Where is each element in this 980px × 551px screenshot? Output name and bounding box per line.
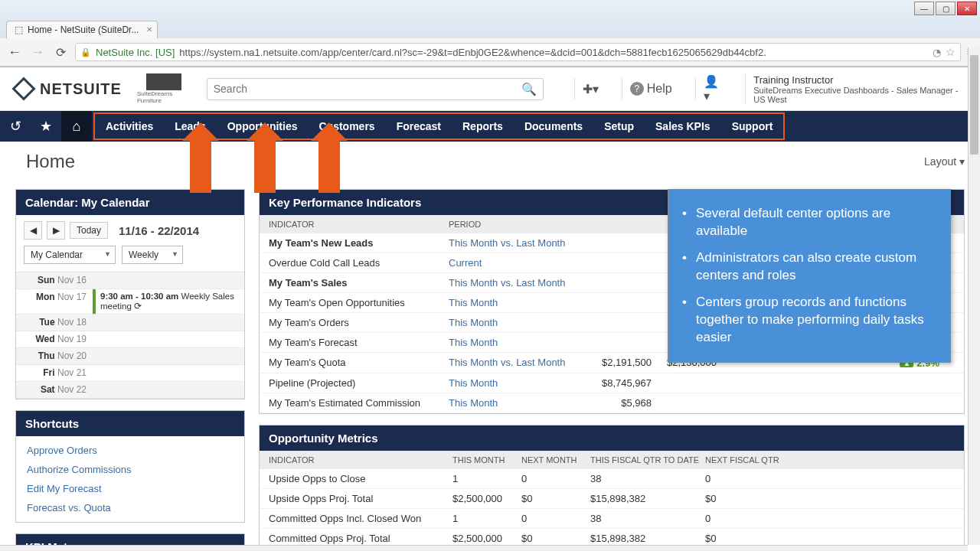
nav-opportunities[interactable]: Opportunities <box>217 120 309 132</box>
company-logo: SuiteDreams Furniture <box>137 73 191 104</box>
calendar-range: 11/16 - 22/2014 <box>119 224 199 237</box>
url-path: https://system.na1.netsuite.com/app/cent… <box>179 47 766 58</box>
calendar-day[interactable]: Mon Nov 179:30 am - 10:30 am Weekly Sale… <box>16 289 244 315</box>
calendar-select[interactable]: My Calendar <box>24 246 116 264</box>
url-domain: NetSuite Inc. [US] <box>96 47 175 58</box>
window-maximize-button[interactable]: ▢ <box>936 2 956 15</box>
netsuite-logo[interactable]: NETSUITE <box>15 80 122 98</box>
calendar-day[interactable]: Wed Nov 19 <box>16 331 244 348</box>
kpi-col-period: Period <box>449 220 586 229</box>
main-nav-highlight: ActivitiesLeadsOpportunitiesCustomersFor… <box>93 112 785 140</box>
global-search[interactable]: 🔍 <box>207 78 544 100</box>
bookmark-star-icon[interactable]: ☆ <box>946 46 956 58</box>
logo-icon <box>11 77 35 100</box>
opp-row[interactable]: Upside Opps to Close10380 <box>260 469 964 489</box>
calendar-day[interactable]: Tue Nov 18 <box>16 315 244 331</box>
opp-row[interactable]: Committed Opps Incl. Closed Won10380 <box>260 509 964 529</box>
calendar-event[interactable]: 9:30 am - 10:30 am Weekly Sales meeting … <box>93 289 244 314</box>
calendar-portlet: Calendar: My Calendar ◀ ▶ Today 11/16 - … <box>15 189 245 399</box>
help-icon: ? <box>630 82 644 96</box>
nav-forecast[interactable]: Forecast <box>386 120 452 132</box>
search-input[interactable] <box>214 83 521 95</box>
layout-button[interactable]: Layout ▾ <box>924 155 965 168</box>
calendar-day[interactable]: Fri Nov 21 <box>16 365 244 382</box>
favorites-icon[interactable]: ★ <box>31 111 61 142</box>
address-bar[interactable]: 🔒 NetSuite Inc. [US] https://system.na1.… <box>75 43 961 61</box>
logo-text: NETSUITE <box>40 80 122 98</box>
user-avatar-button[interactable]: 👤▾ <box>695 78 730 99</box>
info-callout: Several default center options are avail… <box>668 189 951 363</box>
create-new-button[interactable]: ✚▾ <box>574 78 606 99</box>
vertical-scrollbar[interactable] <box>968 47 980 545</box>
opp-row[interactable]: Upside Opps Proj. Total$2,500,000$0$15,8… <box>260 489 964 509</box>
calendar-prev-button[interactable]: ◀ <box>24 221 42 240</box>
history-icon[interactable]: ↺ <box>0 111 31 142</box>
user-info: Training Instructor SuiteDreams Executiv… <box>745 74 965 104</box>
opp-header: Opportunity Metrics <box>260 425 964 451</box>
kpi-row[interactable]: Pipeline (Projected)This Month$8,745,967 <box>260 373 964 393</box>
ssl-icon: ◔ <box>933 47 941 58</box>
reload-button[interactable]: ⟳ <box>52 44 69 60</box>
nav-documents[interactable]: Documents <box>514 120 593 132</box>
nav-activities[interactable]: Activities <box>95 120 164 132</box>
nav-support[interactable]: Support <box>721 120 784 132</box>
nav-customers[interactable]: Customers <box>309 120 386 132</box>
help-button[interactable]: ? Help <box>622 78 680 99</box>
shortcut-link[interactable]: Edit My Forecast <box>16 479 244 498</box>
calendar-day[interactable]: Thu Nov 20 <box>16 348 244 365</box>
kpi-col-indicator: Indicator <box>269 220 449 229</box>
shortcut-link[interactable]: Approve Orders <box>16 441 244 460</box>
horizontal-scrollbar[interactable] <box>0 545 968 551</box>
calendar-header: Calendar: My Calendar <box>16 190 244 215</box>
shortcut-link[interactable]: Forecast vs. Quota <box>16 498 244 517</box>
nav-leads[interactable]: Leads <box>164 120 216 132</box>
nav-setup[interactable]: Setup <box>593 120 645 132</box>
home-icon[interactable]: ⌂ <box>61 111 92 142</box>
calendar-next-button[interactable]: ▶ <box>47 221 65 240</box>
forward-button[interactable]: → <box>29 44 46 60</box>
kpi-row[interactable]: My Team's Estimated CommissionThis Month… <box>260 393 964 413</box>
browser-tab[interactable]: ⬚ Home - NetSuite (SuiteDr... ✕ <box>6 21 158 38</box>
page-title: Home <box>26 151 75 172</box>
window-minimize-button[interactable]: — <box>914 2 934 15</box>
user-icon: 👤▾ <box>704 74 723 103</box>
shortcuts-header: Shortcuts <box>16 411 244 436</box>
tab-favicon: ⬚ <box>15 24 23 35</box>
lock-icon: 🔒 <box>80 47 91 57</box>
back-button[interactable]: ← <box>6 44 23 60</box>
calendar-view-select[interactable]: Weekly <box>122 246 183 264</box>
calendar-day[interactable]: Sun Nov 16 <box>16 272 244 289</box>
nav-sales-kpis[interactable]: Sales KPIs <box>645 120 721 132</box>
search-icon[interactable]: 🔍 <box>521 82 537 96</box>
nav-reports[interactable]: Reports <box>452 120 514 132</box>
close-icon[interactable]: ✕ <box>146 25 152 34</box>
calendar-day[interactable]: Sat Nov 22 <box>16 382 244 399</box>
tab-title: Home - NetSuite (SuiteDr... <box>28 24 139 35</box>
window-close-button[interactable]: ✕ <box>957 2 977 15</box>
opportunity-metrics-portlet: Opportunity Metrics Indicator This Month… <box>259 425 965 551</box>
shortcut-link[interactable]: Authorize Commissions <box>16 460 244 479</box>
today-button[interactable]: Today <box>70 222 108 239</box>
shortcuts-portlet: Shortcuts Approve OrdersAuthorize Commis… <box>15 410 245 523</box>
